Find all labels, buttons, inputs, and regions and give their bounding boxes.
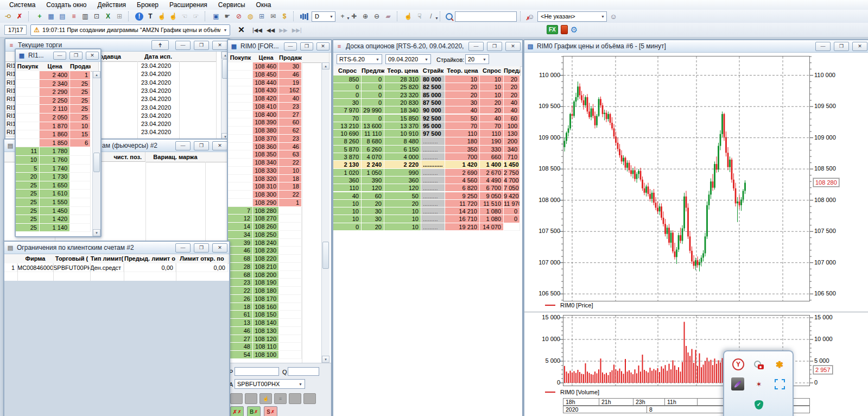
- quantity-input[interactable]: [288, 367, 319, 376]
- column-header[interactable]: Торговый (: [53, 254, 91, 264]
- date-cell[interactable]: 23.04.2020: [137, 104, 183, 112]
- order-book-icon[interactable]: ▥: [80, 11, 91, 21]
- column-header[interactable]: Вариац. маржа: [145, 152, 206, 162]
- minimize-button[interactable]: —: [284, 42, 297, 51]
- cancel-all-orders-button[interactable]: ✗✗: [230, 406, 244, 416]
- zoom-out-icon[interactable]: ⊖: [371, 11, 382, 21]
- order-tool-button[interactable]: ☝: [259, 393, 272, 404]
- column-header[interactable]: Страйк: [421, 66, 446, 76]
- maximize-button[interactable]: ❐: [194, 141, 209, 150]
- date-cell[interactable]: 23.04.2020: [137, 128, 183, 136]
- maximize-button[interactable]: ❐: [194, 41, 209, 50]
- search-input[interactable]: [455, 11, 517, 22]
- order-tool-button[interactable]: [289, 393, 301, 404]
- line-tool-icon[interactable]: /▼: [426, 11, 436, 21]
- date-cell[interactable]: 23.04.2020: [137, 79, 183, 87]
- order-hand-icon[interactable]: ☛: [222, 11, 233, 21]
- price-chart-icon[interactable]: ▦: [46, 11, 56, 21]
- minimize-button[interactable]: —: [175, 41, 191, 50]
- hand-one-icon[interactable]: ☝: [156, 11, 167, 21]
- date-cell[interactable]: 23.04.2020: [137, 120, 183, 128]
- order-tool-button[interactable]: ≡: [274, 393, 287, 404]
- instrument-combo[interactable]: RTS-6.20▼: [337, 54, 382, 64]
- bug-icon[interactable]: ✶: [752, 377, 765, 390]
- window-titlebar[interactable]: ≡ Доска опционов [RTS-6.20, 09.04.2020, …: [333, 40, 522, 53]
- date-cell[interactable]: 23.04.2020: [137, 87, 183, 95]
- date-cell[interactable]: 23.04.2020: [137, 62, 183, 70]
- menu-item[interactable]: Создать окно: [41, 1, 91, 9]
- feather-pen-icon[interactable]: [731, 377, 744, 390]
- yandex-browser-icon[interactable]: Y: [732, 358, 745, 371]
- column-header[interactable]: Фирма: [17, 254, 54, 264]
- pan-hand-icon[interactable]: ☟: [414, 11, 425, 21]
- screenshot-select-icon[interactable]: [773, 377, 786, 390]
- menu-item[interactable]: Расширения: [164, 1, 212, 9]
- menu-item[interactable]: Система: [4, 1, 40, 9]
- hand-two-icon[interactable]: ☝: [168, 11, 179, 21]
- date-cell[interactable]: 23.04.2020: [137, 70, 183, 78]
- column-header[interactable]: Дата исп.: [137, 52, 180, 62]
- cancel-buy-orders-button[interactable]: B✗: [247, 406, 261, 416]
- envelope-icon[interactable]: ✉: [268, 11, 278, 21]
- next-message-button[interactable]: ▶▶: [279, 27, 287, 33]
- column-header[interactable]: Цена: [40, 62, 71, 72]
- last-message-button[interactable]: ▶▶|: [292, 27, 302, 33]
- price-input[interactable]: [235, 367, 279, 376]
- pointer-hand-icon[interactable]: ☝: [403, 11, 414, 21]
- close-button[interactable]: ✕: [212, 141, 227, 150]
- candle-chart-icon[interactable]: ▤: [57, 11, 68, 21]
- strikes-combo[interactable]: 20▼: [465, 54, 489, 64]
- copy-table-icon[interactable]: ⊞: [114, 11, 125, 21]
- window-titlebar[interactable]: ▤ Ограничения по клиентским счетам #2 — …: [4, 242, 229, 254]
- shield-check-icon[interactable]: ✓: [752, 398, 765, 411]
- close-button[interactable]: ✕: [316, 42, 330, 51]
- scroll-thumb[interactable]: [93, 153, 100, 172]
- alert-balloon-icon[interactable]: !: [135, 12, 143, 21]
- close-button[interactable]: ✕: [212, 41, 227, 50]
- settings-flower-icon[interactable]: ✱: [773, 358, 786, 371]
- scrollbar-vertical[interactable]: ▲▼: [92, 71, 100, 236]
- move-chart-icon[interactable]: ✚: [349, 11, 359, 21]
- minimize-button[interactable]: —: [815, 42, 831, 51]
- account-combo[interactable]: SPBFUT00PHX▼: [235, 379, 305, 389]
- prev-message-button[interactable]: ◀◀: [267, 27, 275, 33]
- price-pane[interactable]: [563, 56, 810, 301]
- menu-item[interactable]: Действия: [93, 1, 131, 9]
- scroll-up-icon[interactable]: ▲: [322, 62, 330, 70]
- window-titlebar[interactable]: ▧ RIM0 График цены и объёма #6 - [5 мину…: [524, 40, 868, 53]
- column-header[interactable]: Покупк: [16, 62, 40, 72]
- maximize-button[interactable]: ❐: [300, 42, 313, 51]
- client-icon[interactable]: ☺: [609, 12, 618, 21]
- interval-combo[interactable]: D▼: [312, 11, 335, 22]
- column-header[interactable]: Теор. цена: [445, 66, 480, 76]
- column-header[interactable]: Предлж: [362, 66, 385, 76]
- column-header[interactable]: Продаж: [279, 53, 302, 63]
- gear-icon[interactable]: ⚙: [571, 26, 578, 34]
- cancel-sell-orders-button[interactable]: S✗: [264, 406, 277, 416]
- column-header[interactable]: Предыд. лимит о: [124, 254, 176, 264]
- column-header[interactable]: Спрос: [480, 66, 504, 76]
- menu-item[interactable]: Сервисы: [213, 1, 250, 9]
- column-header[interactable]: Цена: [253, 53, 280, 63]
- alert-dropdown[interactable]: ⚠ 19:07:11 При создании диаграммы "AMZN …: [30, 24, 230, 36]
- coin-order-icon[interactable]: ◍: [245, 11, 256, 21]
- close-button[interactable]: ✕: [212, 243, 227, 253]
- histogram-icon[interactable]: [299, 11, 310, 21]
- anchor-button[interactable]: Ϯ: [151, 40, 169, 50]
- column-header[interactable]: Продаж: [70, 62, 91, 72]
- column-header[interactable]: Тип лимит(: [90, 254, 124, 264]
- key-icon[interactable]: ⚲: [3, 11, 13, 22]
- scroll-thumb[interactable]: [322, 242, 329, 269]
- disconnect-icon[interactable]: ✗: [14, 11, 25, 21]
- client-remove-icon[interactable]: ☺✗: [526, 12, 536, 21]
- quotes-table-icon[interactable]: ≡: [68, 11, 79, 21]
- minimize-button[interactable]: —: [53, 52, 66, 60]
- eraser-icon[interactable]: ▰: [383, 11, 394, 21]
- text-label-icon[interactable]: T: [145, 11, 156, 21]
- hand-left-icon[interactable]: ☜: [179, 11, 190, 21]
- stop-order-icon[interactable]: ⊘: [233, 11, 244, 21]
- clear-alert-button[interactable]: ✕: [234, 25, 249, 35]
- column-header[interactable]: Предл: [504, 66, 521, 76]
- scroll-down-icon[interactable]: ▼: [93, 229, 100, 236]
- date-cell[interactable]: 23.04.2020: [137, 112, 183, 120]
